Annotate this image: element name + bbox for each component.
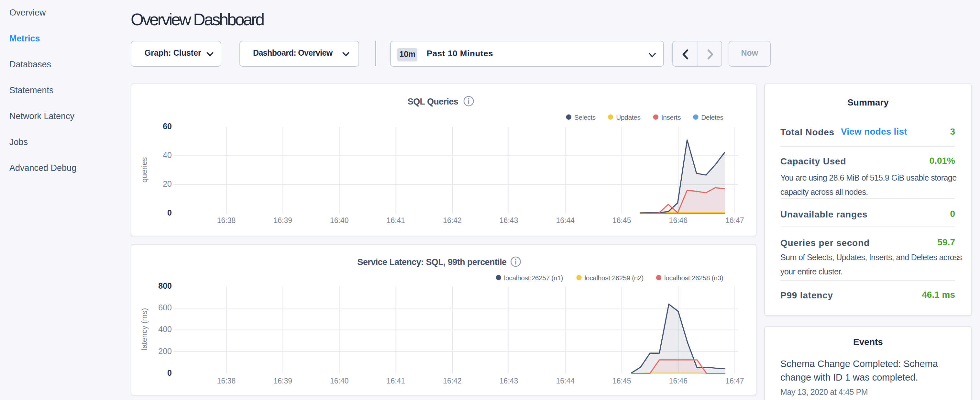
svg-text:queries: queries bbox=[140, 157, 148, 183]
svg-text:600: 600 bbox=[158, 303, 172, 312]
svg-text:localhost:26259 (n2): localhost:26259 (n2) bbox=[584, 274, 643, 282]
svg-text:60: 60 bbox=[162, 122, 172, 131]
svg-text:16:43: 16:43 bbox=[499, 216, 518, 225]
svg-text:16:38: 16:38 bbox=[217, 216, 235, 225]
svg-text:SQL Queries: SQL Queries bbox=[407, 97, 458, 107]
svg-text:Inserts: Inserts bbox=[661, 113, 680, 121]
svg-text:Deletes: Deletes bbox=[701, 113, 723, 121]
svg-text:16:39: 16:39 bbox=[273, 377, 292, 385]
svg-text:16:45: 16:45 bbox=[612, 377, 631, 385]
svg-text:localhost:26258 (n3): localhost:26258 (n3) bbox=[664, 274, 723, 282]
svg-text:16:41: 16:41 bbox=[386, 377, 405, 385]
svg-text:16:42: 16:42 bbox=[442, 377, 461, 385]
svg-text:16:38: 16:38 bbox=[217, 377, 235, 385]
svg-text:16:40: 16:40 bbox=[330, 377, 348, 385]
svg-text:16:46: 16:46 bbox=[669, 216, 687, 225]
svg-text:16:40: 16:40 bbox=[330, 216, 348, 225]
svg-text:0: 0 bbox=[167, 368, 172, 377]
svg-text:Updates: Updates bbox=[616, 113, 640, 121]
svg-text:Service Latency: SQL, 99th per: Service Latency: SQL, 99th percentile bbox=[357, 257, 507, 267]
svg-text:16:39: 16:39 bbox=[273, 216, 292, 225]
svg-text:localhost:26257 (n1): localhost:26257 (n1) bbox=[504, 274, 563, 282]
svg-text:Selects: Selects bbox=[574, 113, 595, 121]
svg-text:16:44: 16:44 bbox=[555, 377, 574, 385]
svg-text:16:44: 16:44 bbox=[555, 216, 574, 225]
svg-text:40: 40 bbox=[162, 150, 172, 159]
svg-text:0: 0 bbox=[167, 208, 172, 217]
svg-text:16:42: 16:42 bbox=[442, 216, 461, 225]
svg-text:400: 400 bbox=[158, 325, 172, 334]
svg-text:latency (ms): latency (ms) bbox=[140, 308, 148, 351]
svg-text:16:46: 16:46 bbox=[669, 377, 687, 385]
svg-text:800: 800 bbox=[158, 281, 172, 290]
svg-text:16:47: 16:47 bbox=[725, 216, 744, 225]
svg-text:16:41: 16:41 bbox=[386, 216, 405, 225]
svg-text:16:43: 16:43 bbox=[499, 377, 518, 385]
svg-text:200: 200 bbox=[158, 347, 172, 356]
svg-text:16:45: 16:45 bbox=[612, 216, 631, 225]
svg-text:16:47: 16:47 bbox=[725, 377, 744, 385]
svg-text:20: 20 bbox=[162, 179, 172, 188]
